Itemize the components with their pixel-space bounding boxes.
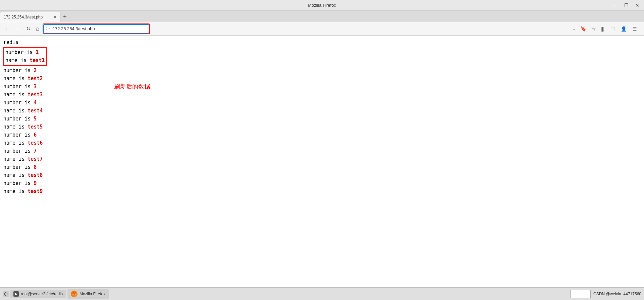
star-button[interactable]: ☆ — [590, 25, 598, 33]
title-bar: Mozilla Firefox — ❐ ✕ — [0, 0, 644, 11]
forward-button[interactable]: → — [13, 24, 23, 33]
content-row-4-number: number is 4 — [3, 99, 641, 107]
window-title: Mozilla Firefox — [308, 3, 336, 8]
close-button[interactable]: ✕ — [633, 2, 641, 9]
firefox-status-item[interactable]: 🦊 Mozilla Firefox — [67, 289, 109, 299]
terminal-status-item[interactable]: ▶ root@server2:/etc/redis — [10, 290, 66, 298]
firefox-label: Mozilla Firefox — [80, 292, 105, 296]
library-button[interactable]: ||| — [599, 25, 606, 33]
content-row-2-name: name is test2 — [3, 74, 641, 83]
content-row-7-name: name is test7 — [3, 155, 641, 163]
minimize-button[interactable]: — — [611, 2, 620, 9]
toolbar-right: ||| ⬚ 👤 ☰ — [599, 25, 641, 33]
profile-button[interactable]: 👤 — [619, 25, 628, 33]
content-row-1-name: name is test1 — [5, 56, 45, 64]
content-row-8-name: name is test8 — [3, 171, 641, 179]
terminal-label: root@server2:/etc/redis — [21, 292, 63, 296]
content-row-2-number: number is 2 — [3, 66, 641, 74]
content-row-5-number: number is 5 — [3, 115, 641, 123]
navigation-bar: ← → ↻ ⌂ ⓘ ··· 🔖 ☆ ||| ⬚ 👤 ☰ — [0, 22, 644, 36]
content-row-9-name: name is test9 — [3, 187, 641, 195]
tab-bar: 172.25.254.3/test.php ✕ + — [0, 11, 644, 22]
content-row-9-number: number is 9 — [3, 179, 641, 187]
content-row-5-name: name is test5 — [3, 123, 641, 131]
address-input[interactable] — [43, 24, 149, 34]
tab-close-button[interactable]: ✕ — [53, 15, 57, 19]
address-bar-container: ⓘ — [43, 23, 150, 34]
new-tab-button[interactable]: + — [60, 12, 69, 22]
content-row-3-number: number is 3 — [3, 83, 641, 91]
status-bar: ⬡ ▶ root@server2:/etc/redis 🦊 Mozilla Fi… — [0, 287, 644, 300]
content-row-6-number: number is 6 — [3, 131, 641, 139]
terminal-icon: ▶ — [13, 291, 19, 297]
content-row-8-number: number is 8 — [3, 163, 641, 171]
content-row-1-number: number is 1 — [5, 48, 45, 56]
pocket-button[interactable]: 🔖 — [579, 25, 588, 33]
csdn-label: CSDN @weixin_44717560 — [593, 292, 641, 296]
tab-label: 172.25.254.3/test.php — [4, 15, 43, 19]
firefox-icon: 🦊 — [71, 291, 78, 297]
menu-button[interactable]: ☰ — [631, 25, 639, 33]
highlighted-box: number is 1 name is test1 — [3, 47, 47, 66]
active-tab[interactable]: 172.25.254.3/test.php ✕ — [0, 12, 60, 22]
sidebar-button[interactable]: ⬚ — [609, 25, 616, 33]
expand-button[interactable]: ⬡ — [3, 291, 9, 297]
more-button[interactable]: ··· — [569, 25, 577, 33]
home-button[interactable]: ⌂ — [34, 24, 41, 33]
status-box — [571, 290, 591, 298]
refresh-annotation: 刷新后的数据 — [114, 83, 150, 91]
back-button[interactable]: ← — [3, 24, 12, 33]
reload-button[interactable]: ↻ — [24, 24, 33, 33]
browser-content: redis number is 1 name is test1 number i… — [0, 36, 644, 287]
nav-right-controls: ··· 🔖 ☆ — [569, 25, 598, 33]
status-bar-right: CSDN @weixin_44717560 — [571, 290, 641, 298]
content-row-7-number: number is 7 — [3, 147, 641, 155]
content-header: redis — [3, 38, 641, 46]
content-row-3-name: name is test3 — [3, 91, 641, 99]
content-row-4-name: name is test4 — [3, 107, 641, 115]
content-row-6-name: name is test6 — [3, 139, 641, 147]
restore-button[interactable]: ❐ — [622, 2, 631, 9]
window-controls: — ❐ ✕ — [611, 2, 641, 9]
info-icon: ⓘ — [46, 26, 50, 31]
